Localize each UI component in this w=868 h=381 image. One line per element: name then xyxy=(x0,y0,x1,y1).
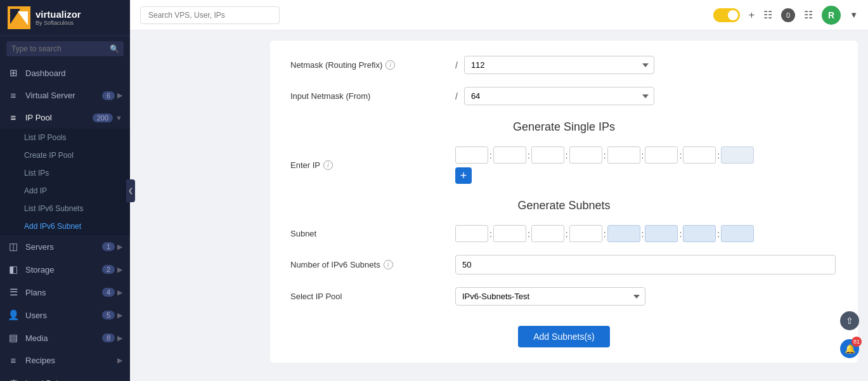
subnet-seg-6[interactable] xyxy=(645,225,678,242)
num-ipv6-subnets-row: Number of IPv6 Subnets i xyxy=(290,255,838,274)
select-ip-pool-control: IPv6-Subnets-Test xyxy=(455,287,838,306)
sidebar-item-plans[interactable]: ☰ Plans 4 ▶ xyxy=(0,281,130,304)
sidebar-item-load-balancer[interactable]: ⚖ Load Balancer ▶ xyxy=(0,371,130,381)
sidebar-search-area: 🔍 xyxy=(0,36,130,61)
subnet-fields: : : : : : : : xyxy=(455,225,754,242)
virtual-server-arrow: ▶ xyxy=(117,91,122,100)
sidebar-item-add-ip[interactable]: Add IP xyxy=(0,182,130,200)
select-ip-pool-select[interactable]: IPv6-Subnets-Test xyxy=(455,287,645,306)
sidebar-collapse-toggle[interactable]: ❮ xyxy=(126,179,135,202)
ip-pool-arrow: ▼ xyxy=(115,114,122,122)
notes-icon[interactable]: ☷ xyxy=(804,9,813,21)
sidebar-item-list-ip-pools[interactable]: List IP Pools xyxy=(0,129,130,146)
ip-seg-2[interactable] xyxy=(493,146,526,164)
enter-ip-row: Enter IP i : : : : : : xyxy=(290,146,838,184)
sidebar-item-plans-label: Plans xyxy=(25,288,102,297)
media-arrow: ▶ xyxy=(117,334,122,342)
select-ip-pool-label: Select IP Pool xyxy=(290,292,455,301)
recipes-arrow: ▶ xyxy=(117,356,122,365)
storage-badge: 2 xyxy=(102,265,115,274)
ip-seg-4[interactable] xyxy=(569,146,602,164)
plans-icon: ☰ xyxy=(8,287,19,298)
notification-badge: 81 xyxy=(852,337,862,347)
sidebar-logo: virtualizor By Softaculous xyxy=(0,0,130,36)
sidebar-item-list-ips[interactable]: List IPs xyxy=(0,164,130,182)
brand-sub: By Softaculous xyxy=(36,20,81,26)
netmask-select[interactable]: 112 64 128 xyxy=(464,56,654,74)
sidebar-item-virtual-server[interactable]: ≡ Virtual Server 6 ▶ xyxy=(0,84,130,107)
servers-badge: 1 xyxy=(102,242,115,251)
users-badge: 5 xyxy=(102,311,115,320)
subnet-seg-3[interactable] xyxy=(531,225,564,242)
avatar-dropdown-arrow[interactable]: ▼ xyxy=(850,10,858,20)
load-balancer-arrow: ▶ xyxy=(117,379,122,382)
sidebar-item-ip-pool-label: IP Pool xyxy=(25,113,93,122)
notification-count-badge[interactable]: 0 xyxy=(781,8,795,22)
notification-button[interactable]: 🔔 81 xyxy=(840,339,859,358)
sidebar-item-media[interactable]: ▤ Media 8 ▶ xyxy=(0,326,130,349)
subnet-seg-1[interactable] xyxy=(455,225,488,242)
input-netmask-select[interactable]: 48 56 64 72 80 xyxy=(464,87,654,105)
sidebar-item-servers[interactable]: ◫ Servers 1 ▶ xyxy=(0,235,130,258)
sidebar-item-servers-label: Servers xyxy=(25,242,102,252)
servers-icon: ◫ xyxy=(8,241,19,252)
input-netmask-label: Input Netmask (From) xyxy=(290,91,455,101)
topbar-search xyxy=(140,6,280,24)
netmask-control: / 112 64 128 xyxy=(455,56,838,74)
subnet-seg-7[interactable] xyxy=(683,225,716,242)
ip-pool-icon: ≡ xyxy=(8,112,19,123)
avatar[interactable]: R xyxy=(822,6,841,25)
sidebar-item-ip-pool[interactable]: ≡ IP Pool 200 ▼ xyxy=(0,107,130,129)
num-ipv6-subnets-input[interactable] xyxy=(455,255,836,274)
subnet-seg-8[interactable] xyxy=(721,225,754,242)
users-arrow: ▶ xyxy=(117,311,122,320)
servers-arrow: ▶ xyxy=(117,243,122,251)
netmask-slash: / xyxy=(455,60,458,70)
enter-ip-control: : : : : : : : + xyxy=(455,146,838,184)
ip-seg-8[interactable] xyxy=(721,146,754,164)
sidebar-item-add-ipv6-subnet[interactable]: Add IPv6 Subnet xyxy=(0,217,130,235)
subnet-seg-2[interactable] xyxy=(493,225,526,242)
list-icon[interactable]: ☷ xyxy=(763,9,772,21)
sidebar-search-input[interactable] xyxy=(6,41,124,56)
dashboard-icon: ⊞ xyxy=(8,67,19,79)
logo-icon xyxy=(8,6,30,29)
ip-pool-submenu: List IP Pools Create IP Pool List IPs Ad… xyxy=(0,129,130,235)
virtual-server-badge: 6 xyxy=(102,91,115,100)
add-ip-button[interactable]: + xyxy=(455,167,472,184)
topbar-search-input[interactable] xyxy=(140,6,280,24)
netmask-label: Netmask (Routing Prefix) i xyxy=(290,60,455,70)
sidebar-item-users[interactable]: 👤 Users 5 ▶ xyxy=(0,304,130,326)
storage-arrow: ▶ xyxy=(117,266,122,274)
num-ipv6-subnets-info-icon: i xyxy=(384,260,393,269)
subnet-label: Subnet xyxy=(290,229,455,238)
ip-seg-5[interactable] xyxy=(607,146,640,164)
plans-badge: 4 xyxy=(102,288,115,297)
sidebar-item-storage[interactable]: ◧ Storage 2 ▶ xyxy=(0,258,130,281)
sidebar-item-recipes-label: Recipes xyxy=(25,356,117,365)
ip-seg-6[interactable] xyxy=(645,146,678,164)
subnet-seg-5[interactable] xyxy=(607,225,640,242)
scroll-up-button[interactable]: ⇧ xyxy=(840,311,859,330)
enter-ip-info-icon: i xyxy=(323,160,333,170)
add-subnets-button[interactable]: Add Subnets(s) xyxy=(518,326,610,347)
ip-seg-7[interactable] xyxy=(683,146,716,164)
sidebar-item-dashboard-label: Dashboard xyxy=(25,68,122,78)
sidebar-item-recipes[interactable]: ≡ Recipes ▶ xyxy=(0,349,130,371)
sidebar-item-list-ipv6-subnets[interactable]: List IPv6 Subnets xyxy=(0,200,130,217)
sidebar-nav: ⊞ Dashboard ≡ Virtual Server 6 ▶ ≡ IP Po… xyxy=(0,61,130,381)
sidebar-item-dashboard[interactable]: ⊞ Dashboard xyxy=(0,61,130,84)
media-icon: ▤ xyxy=(8,332,19,344)
enter-ip-label: Enter IP i xyxy=(290,160,455,170)
sidebar-item-create-ip-pool[interactable]: Create IP Pool xyxy=(0,146,130,164)
plans-arrow: ▶ xyxy=(117,288,122,297)
sidebar-item-storage-label: Storage xyxy=(25,265,102,274)
sidebar-item-load-balancer-label: Load Balancer xyxy=(25,378,117,382)
ip-seg-3[interactable] xyxy=(531,146,564,164)
theme-toggle[interactable] xyxy=(713,8,740,22)
plus-icon[interactable]: + xyxy=(749,10,755,21)
subnet-seg-4[interactable] xyxy=(569,225,602,242)
generate-single-ips-title: Generate Single IPs xyxy=(290,120,838,134)
ip-pool-badge: 200 xyxy=(93,113,113,122)
ip-seg-1[interactable] xyxy=(455,146,488,164)
